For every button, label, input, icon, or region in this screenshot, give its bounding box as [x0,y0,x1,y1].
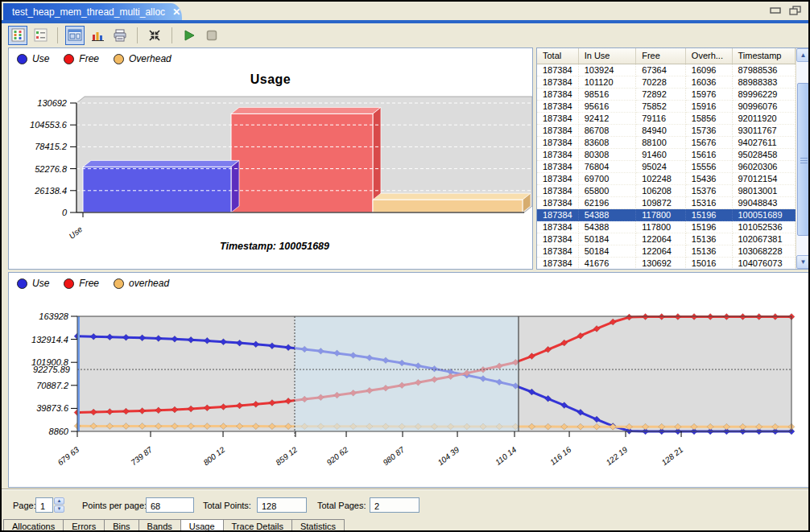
table-cell: 187384 [537,258,579,269]
table-cell: 15556 [686,161,733,173]
table-cell: 70228 [636,76,686,89]
scroll-up-icon[interactable]: ▲ [796,48,810,62]
table-row[interactable]: 18738483608881001567694027611 [537,137,796,149]
tab-bands[interactable]: Bands [139,519,181,532]
svg-text:104553.6: 104553.6 [30,120,68,130]
tab-usage[interactable]: Usage [181,519,224,532]
table-row[interactable]: 187384621961098721531699048843 [537,197,796,209]
table-cell: 80308 [579,149,637,161]
table-cell: 187384 [537,89,579,101]
table-cell: 15316 [686,197,733,209]
spin-up-icon[interactable]: ▲ [54,497,64,505]
table-row[interactable]: 1873845018412206415136103068228 [537,245,796,258]
print-icon[interactable] [110,26,130,45]
svg-text:859 12: 859 12 [274,445,299,468]
table-row[interactable]: 187384103924673641609687988536 [537,64,796,76]
table-cell: 187384 [537,233,579,245]
column-header-inuse[interactable]: In Use [579,48,637,64]
table-cell: 84940 [636,125,686,137]
grid-view-icon[interactable] [8,26,27,45]
table-cell: 130692 [636,258,686,269]
tab-allocations[interactable]: Allocations [3,519,64,532]
table-cell: 187384 [537,101,579,113]
tab-statistics[interactable]: Statistics [292,519,345,532]
usage-line-chart[interactable]: 886039873.670887.2101900.8132914.4163928… [9,273,809,487]
tab-trace-details[interactable]: Trace Details [224,519,292,532]
table-cell: 103924 [579,64,637,76]
svg-text:920 62: 920 62 [324,445,349,468]
svg-text:132914.4: 132914.4 [31,335,68,344]
svg-text:78415.2: 78415.2 [35,142,67,151]
svg-text:128 21: 128 21 [659,445,684,468]
stop-icon[interactable] [202,26,221,45]
view-tab[interactable]: test_heap_mem_thread_multi_alloc ✕ [3,3,182,20]
tab-bins[interactable]: Bins [105,519,138,532]
close-icon[interactable]: ✕ [172,6,180,18]
table-header: TotalIn UseFreeOverh...Timestamp [537,48,796,64]
table-row[interactable]: 187384101120702281603688988383 [537,76,796,89]
table-row[interactable]: 1873845438811780015196100051689 [537,209,796,221]
table-scrollbar[interactable]: ▲ ▼ [796,48,809,269]
table-cell: 187384 [537,137,579,149]
table-row[interactable]: 18738480308914601561695028458 [537,149,796,161]
view-tab-title: test_heap_mem_thread_multi_alloc [12,6,165,18]
column-header-timestamp[interactable]: Timestamp [733,48,796,64]
svg-text:Use: Use [68,225,85,241]
list-view-icon[interactable] [31,26,50,45]
table-cell: 15676 [686,137,733,149]
table-cell: 117800 [636,221,686,233]
svg-text:800 12: 800 12 [201,445,226,468]
column-header-total[interactable]: Total [537,48,579,64]
table-cell: 92412 [579,113,637,125]
spin-down-icon[interactable]: ▼ [54,505,64,513]
scroll-down-icon[interactable]: ▼ [796,255,810,269]
table-cell: 102067381 [733,233,796,245]
run-icon[interactable] [180,26,199,45]
table-cell: 187384 [537,245,579,258]
table-row[interactable]: 187384697001022481543697012154 [537,173,796,185]
svg-text:26138.4: 26138.4 [34,186,67,196]
table-cell: 103068228 [733,245,796,258]
table-cell: 104076073 [733,258,796,269]
table-row[interactable]: 18738495616758521591690996076 [537,101,796,113]
table-row[interactable]: 1873844167613069215016104076073 [537,258,796,269]
table-cell: 86708 [579,125,637,137]
toolbar-separator [137,27,138,43]
overhead-swatch-icon [114,54,124,64]
table-row[interactable]: 18738486708849401573693011767 [537,125,796,137]
table-cell: 87988536 [733,64,796,76]
usage-bar-panel: Use Free Overhead Usage 026138.452276.87… [8,47,533,270]
svg-text:980 87: 980 87 [381,445,406,468]
table-cell: 187384 [537,185,579,197]
column-header-free[interactable]: Free [636,48,686,64]
collapse-all-icon[interactable] [145,26,164,45]
svg-text:110 14: 110 14 [494,445,519,467]
page-spinner[interactable]: ▲▼ [54,497,64,513]
usage-table-panel: TotalIn UseFreeOverh...Timestamp 1873841… [536,47,810,270]
svg-text:39873.6: 39873.6 [36,403,69,413]
table-cell: 15856 [686,113,733,125]
pagination-controls: Page: ▲▼ Points per page: Total Points: … [2,489,810,518]
table-cell: 54388 [579,209,637,221]
points-per-page-input[interactable] [146,497,194,513]
tab-errors[interactable]: Errors [64,519,105,532]
scrollbar-thumb[interactable] [797,83,809,236]
page-input[interactable] [35,497,53,513]
scrollbar-grip [800,158,808,159]
table-row[interactable]: 1873845438811780015196101052536 [537,221,796,233]
table-row[interactable]: 18738492412791161585692011920 [537,113,796,125]
window-view-icon[interactable] [65,26,85,45]
column-header-overh[interactable]: Overh... [686,48,733,64]
table-row[interactable]: 18738476804950241555696020306 [537,161,796,173]
legend-label: Free [79,53,99,64]
table-row[interactable]: 1873845018412206415136102067381 [537,233,796,245]
minimize-icon[interactable] [770,6,783,15]
table-cell: 15736 [686,125,733,137]
restore-icon[interactable] [789,6,802,15]
total-pages-field [370,497,419,513]
use-swatch-icon [17,54,27,64]
table-cell: 89996229 [733,89,796,101]
table-row[interactable]: 18738498516728921597689996229 [537,89,796,101]
table-row[interactable]: 187384658001062081537698013001 [537,185,796,197]
bar-chart-view-icon[interactable] [88,26,107,45]
